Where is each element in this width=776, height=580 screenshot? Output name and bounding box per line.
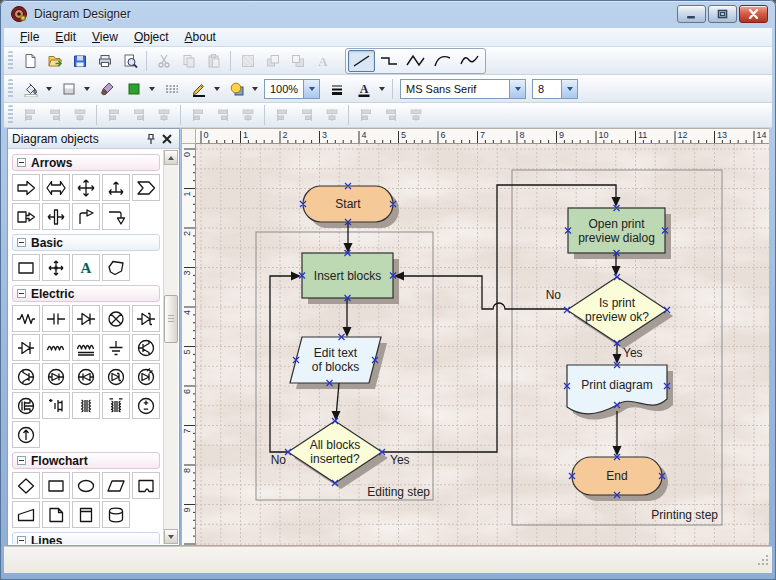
palette-item-terminator[interactable] xyxy=(72,472,100,499)
palette-item-inductor-core[interactable] xyxy=(72,334,100,361)
palette-item-internal-storage[interactable] xyxy=(72,501,100,528)
chevron-down-icon[interactable] xyxy=(81,78,92,100)
hatch-style-button[interactable] xyxy=(158,77,185,101)
flowchart-node-edit-text[interactable]: Edit textof blocks xyxy=(290,337,381,383)
line-width-icon[interactable] xyxy=(324,77,349,101)
pin-icon[interactable] xyxy=(143,131,159,147)
menu-item-object[interactable]: Object xyxy=(126,28,177,46)
palette-section-arrows[interactable]: Arrows xyxy=(12,154,160,171)
palette-scrollbar[interactable] xyxy=(163,150,178,544)
collapse-icon[interactable] xyxy=(17,156,26,170)
palette-item-mosfet[interactable] xyxy=(12,392,40,419)
palette-item-polygon[interactable] xyxy=(102,254,130,281)
chevron-down-icon[interactable] xyxy=(509,80,525,98)
chevron-down-icon[interactable] xyxy=(249,78,260,100)
font-combo[interactable]: MS Sans Serif xyxy=(400,79,526,99)
palette-item-lamp[interactable] xyxy=(102,305,130,332)
flowchart-node-open-print-preview[interactable]: Open printpreview dialog xyxy=(568,208,665,253)
hatch-style-icon[interactable] xyxy=(159,77,184,101)
palette-item-ground[interactable] xyxy=(102,334,130,361)
collapse-icon[interactable] xyxy=(17,454,26,468)
palette-item-diode-circle[interactable] xyxy=(102,363,130,390)
palette-item-data[interactable] xyxy=(102,472,130,499)
menu-item-about[interactable]: About xyxy=(177,28,224,46)
fill-style-button[interactable] xyxy=(55,77,93,101)
toolbar-grip[interactable] xyxy=(8,105,13,125)
palette-item-arrow-3way[interactable] xyxy=(102,174,130,201)
palette-item-npn-circle[interactable] xyxy=(42,363,70,390)
palette-item-pnp-circle[interactable] xyxy=(72,363,100,390)
line-color-icon[interactable] xyxy=(186,77,211,101)
menu-item-file[interactable]: File xyxy=(12,28,47,46)
curve-tool-button[interactable] xyxy=(456,50,483,72)
flowchart-node-insert-blocks[interactable]: Insert blocks xyxy=(302,253,393,298)
format-painter-icon[interactable] xyxy=(94,77,119,101)
font-color-icon[interactable]: A xyxy=(351,77,376,101)
palette-section-lines[interactable]: Lines xyxy=(12,532,160,544)
format-painter-button[interactable] xyxy=(93,77,120,101)
color-swatch-button[interactable] xyxy=(120,77,158,101)
palette-item-move-point[interactable] xyxy=(42,254,70,281)
palette-item-decision[interactable] xyxy=(12,472,40,499)
line-color-button[interactable] xyxy=(185,77,223,101)
minimize-button[interactable] xyxy=(677,5,706,23)
palette-item-document[interactable] xyxy=(42,501,70,528)
line-tool-button[interactable] xyxy=(348,50,375,72)
palette-item-voltage-source[interactable] xyxy=(132,392,160,419)
fill-color-icon[interactable] xyxy=(18,77,43,101)
arc-tool-button[interactable] xyxy=(429,50,456,72)
palette-item-transistor[interactable] xyxy=(12,334,40,361)
palette-item-resistor[interactable] xyxy=(12,305,40,332)
scrollbar-thumb[interactable] xyxy=(164,295,178,343)
palette-item-transformer-core[interactable] xyxy=(102,392,130,419)
drawing-canvas[interactable]: StartInsert blocksEdit textof blocksAll … xyxy=(196,144,769,545)
new-button[interactable] xyxy=(17,49,42,73)
palette-item-manual-operation[interactable] xyxy=(12,501,40,528)
chevron-down-icon[interactable] xyxy=(561,80,577,98)
palette-item-arrow-cross[interactable] xyxy=(42,203,70,230)
palette-item-zener-diode[interactable] xyxy=(132,305,160,332)
palette-item-pnp-transistor[interactable] xyxy=(12,363,40,390)
toolbar-grip[interactable] xyxy=(8,51,13,71)
palette-item-led-circle[interactable] xyxy=(132,363,160,390)
chevron-down-icon[interactable] xyxy=(43,78,54,100)
palette-item-rectangle[interactable] xyxy=(12,254,40,281)
scroll-down-icon[interactable] xyxy=(164,529,178,544)
fill-style-icon[interactable] xyxy=(56,77,81,101)
palette-item-text-block[interactable]: A xyxy=(72,254,100,281)
palette-item-diode[interactable] xyxy=(72,305,100,332)
zigzag-tool-button[interactable] xyxy=(402,50,429,72)
palette-item-arrow-box[interactable] xyxy=(12,203,40,230)
palette-item-current-source[interactable] xyxy=(12,421,40,448)
restore-button[interactable] xyxy=(708,5,737,23)
collapse-icon[interactable] xyxy=(17,236,26,250)
palette-section-electric[interactable]: Electric xyxy=(12,285,160,302)
color-swatch-icon[interactable] xyxy=(121,77,146,101)
collapse-icon[interactable] xyxy=(17,534,26,545)
collapse-icon[interactable] xyxy=(17,287,26,301)
panel-close-icon[interactable] xyxy=(159,131,175,147)
palette-item-capacitor[interactable] xyxy=(42,305,70,332)
palette-item-npn-transistor[interactable] xyxy=(132,334,160,361)
scroll-up-icon[interactable] xyxy=(164,150,178,165)
palette-item-arrow-corner-down[interactable] xyxy=(102,203,130,230)
shadow-color-icon[interactable] xyxy=(224,77,249,101)
size-combo[interactable]: 8 xyxy=(532,79,578,99)
palette-item-transformer[interactable] xyxy=(72,392,100,419)
chevron-down-icon[interactable] xyxy=(376,78,387,100)
palette-section-basic[interactable]: Basic xyxy=(12,234,160,251)
palette-item-arrow-chevron[interactable] xyxy=(132,174,160,201)
polyline-tool-button[interactable] xyxy=(375,50,402,72)
line-width-button[interactable] xyxy=(323,77,350,101)
palette-item-arrow-double[interactable] xyxy=(42,174,70,201)
print-preview-button[interactable] xyxy=(117,49,142,73)
toolbar-grip[interactable] xyxy=(8,79,13,99)
flowchart-node-end[interactable]: End xyxy=(572,457,662,495)
resize-grip-icon[interactable] xyxy=(757,553,770,571)
chevron-down-icon[interactable] xyxy=(303,80,319,98)
palette-item-arrow-corner-up[interactable] xyxy=(72,203,100,230)
font-color-button[interactable]: A xyxy=(350,77,388,101)
chevron-down-icon[interactable] xyxy=(211,78,222,100)
fill-color-button[interactable] xyxy=(17,77,55,101)
chevron-down-icon[interactable] xyxy=(146,78,157,100)
